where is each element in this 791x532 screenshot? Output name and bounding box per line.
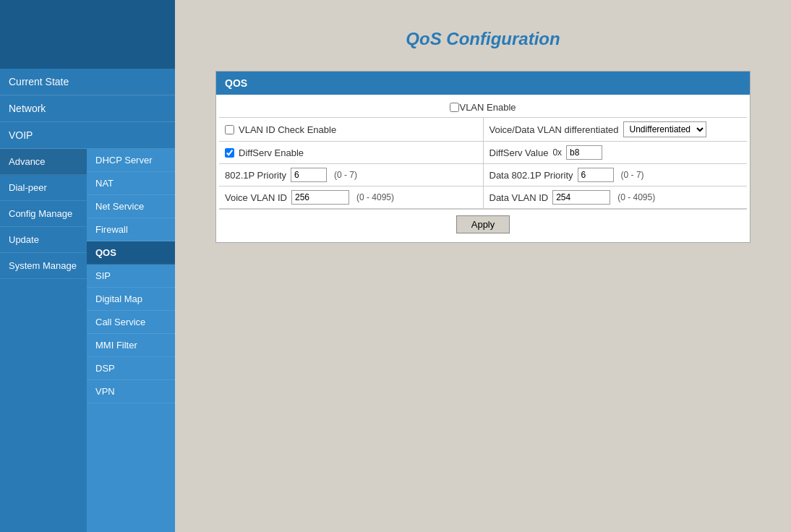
sidebar: Current State Network VOIP Advance Dial-… bbox=[0, 0, 175, 532]
sidebar-item-dial-peer[interactable]: Dial-peer bbox=[0, 175, 87, 201]
voice-data-vlan-select[interactable]: Undifferentiated Differentiated bbox=[623, 121, 706, 137]
data-priority-cell: Data 802.1P Priority (0 - 7) bbox=[484, 164, 748, 186]
vlan-enable-label: VLAN Enable bbox=[459, 102, 516, 113]
sidebar-logo bbox=[0, 0, 175, 69]
apply-button[interactable]: Apply bbox=[456, 215, 510, 233]
sidebar-item-mmi-filter[interactable]: MMI Filter bbox=[87, 334, 175, 357]
qos-body: VLAN Enable VLAN ID Check Enable Voice/D… bbox=[216, 95, 750, 242]
sidebar-item-nat[interactable]: NAT bbox=[87, 172, 175, 195]
data-vlan-id-label: Data VLAN ID bbox=[489, 192, 549, 203]
sidebar-left-col: Advance Dial-peer Config Manage Update S… bbox=[0, 149, 87, 532]
main-content: QoS Configuration QOS VLAN Enable VLAN I… bbox=[175, 0, 791, 532]
voice-vlan-id-range: (0 - 4095) bbox=[356, 192, 394, 202]
sidebar-item-voip[interactable]: VOIP bbox=[0, 122, 175, 149]
diffserv-value-cell: DiffServ Value 0x bbox=[484, 142, 748, 163]
sidebar-item-update[interactable]: Update bbox=[0, 227, 87, 253]
vlan-enable-row: VLAN Enable bbox=[219, 98, 747, 118]
sidebar-item-dsp[interactable]: DSP bbox=[87, 357, 175, 380]
diffserv-row: DiffServ Enable DiffServ Value 0x bbox=[219, 142, 747, 164]
priority-802-1p-range: (0 - 7) bbox=[334, 170, 357, 180]
diffserv-enable-cell: DiffServ Enable bbox=[219, 142, 484, 163]
priority-802-1p-label: 802.1P Priority bbox=[225, 170, 286, 181]
sidebar-item-digital-map[interactable]: Digital Map bbox=[87, 288, 175, 311]
vlan-enable-checkbox[interactable] bbox=[450, 103, 459, 112]
sidebar-item-current-state[interactable]: Current State bbox=[0, 69, 175, 95]
voice-vlan-id-input[interactable] bbox=[291, 190, 349, 205]
data-802-1p-label: Data 802.1P Priority bbox=[489, 170, 573, 181]
sidebar-right-col: DHCP Server NAT Net Service Firewall QOS… bbox=[87, 149, 175, 532]
sidebar-item-vpn[interactable]: VPN bbox=[87, 380, 175, 403]
page-title: QoS Configuration bbox=[197, 29, 769, 49]
qos-panel: QOS VLAN Enable VLAN ID Check Enable Voi… bbox=[215, 71, 751, 243]
vlan-id-row: Voice VLAN ID (0 - 4095) Data VLAN ID (0… bbox=[219, 186, 747, 209]
sidebar-top-section: Current State Network VOIP bbox=[0, 69, 175, 149]
sidebar-item-net-service[interactable]: Net Service bbox=[87, 195, 175, 218]
sidebar-item-dhcp-server[interactable]: DHCP Server bbox=[87, 149, 175, 172]
sidebar-item-advance[interactable]: Advance bbox=[0, 149, 87, 175]
vlan-id-check-checkbox[interactable] bbox=[225, 125, 234, 134]
data-vlan-id-cell: Data VLAN ID (0 - 4095) bbox=[484, 186, 748, 208]
vlan-check-row: VLAN ID Check Enable Voice/Data VLAN dif… bbox=[219, 118, 747, 142]
vlan-id-check-label: VLAN ID Check Enable bbox=[239, 124, 336, 135]
priority-row: 802.1P Priority (0 - 7) Data 802.1P Prio… bbox=[219, 164, 747, 186]
voice-data-vlan-label: Voice/Data VLAN differentiated bbox=[489, 124, 619, 135]
priority-802-1p-input[interactable] bbox=[291, 168, 327, 182]
vlan-id-check-cell: VLAN ID Check Enable bbox=[219, 118, 484, 141]
voice-priority-cell: 802.1P Priority (0 - 7) bbox=[219, 164, 484, 186]
sidebar-item-config-manage[interactable]: Config Manage bbox=[0, 201, 87, 227]
diffserv-enable-label: DiffServ Enable bbox=[239, 147, 304, 158]
data-vlan-id-input[interactable] bbox=[552, 190, 610, 205]
sidebar-item-firewall[interactable]: Firewall bbox=[87, 218, 175, 241]
sidebar-item-network[interactable]: Network bbox=[0, 95, 175, 122]
sidebar-item-call-service[interactable]: Call Service bbox=[87, 311, 175, 334]
voice-vlan-id-cell: Voice VLAN ID (0 - 4095) bbox=[219, 186, 484, 208]
diffserv-enable-checkbox[interactable] bbox=[225, 148, 234, 158]
sidebar-sub-area: Advance Dial-peer Config Manage Update S… bbox=[0, 149, 175, 532]
voice-data-vlan-cell: Voice/Data VLAN differentiated Undiffere… bbox=[484, 118, 748, 141]
voice-vlan-id-label: Voice VLAN ID bbox=[225, 192, 287, 203]
diffserv-value-input[interactable] bbox=[566, 145, 602, 160]
diffserv-prefix: 0x bbox=[552, 147, 562, 158]
apply-row: Apply bbox=[219, 209, 747, 239]
data-802-1p-input[interactable] bbox=[578, 168, 614, 182]
data-vlan-id-range: (0 - 4095) bbox=[617, 192, 655, 202]
diffserv-value-label: DiffServ Value bbox=[489, 147, 549, 158]
sidebar-item-qos[interactable]: QOS bbox=[87, 241, 175, 265]
sidebar-item-sip[interactable]: SIP bbox=[87, 265, 175, 288]
sidebar-item-system-manage[interactable]: System Manage bbox=[0, 253, 87, 279]
qos-section-header: QOS bbox=[216, 72, 750, 95]
data-802-1p-range: (0 - 7) bbox=[621, 170, 644, 180]
